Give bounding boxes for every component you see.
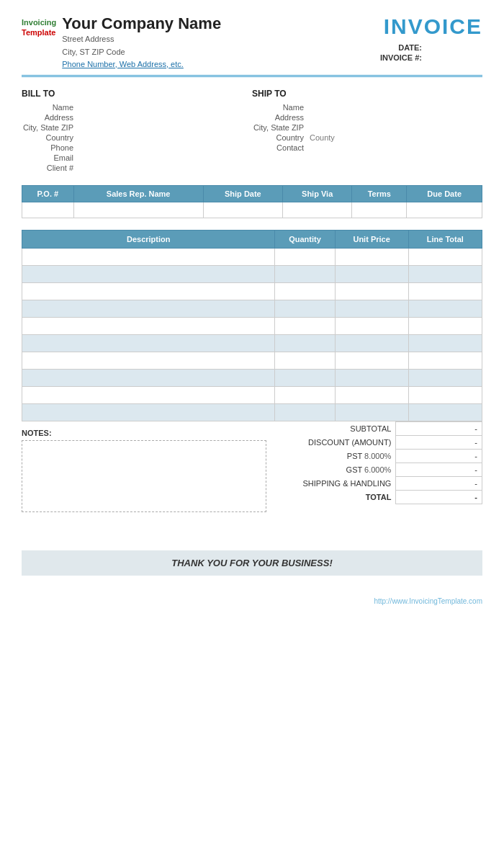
ship-to-header: SHIP TO [252,89,482,99]
item-qty[interactable] [275,403,335,421]
bill-phone-row: Phone [22,143,252,152]
bill-address-value [79,113,252,122]
item-total[interactable] [408,282,482,300]
item-total[interactable] [408,403,482,421]
item-qty[interactable] [275,317,335,334]
item-total[interactable] [408,248,482,265]
ship-contact-label: Contact [252,143,310,152]
pst-rate: 8.000% [364,452,391,460]
bill-to-section: BILL TO Name Address City, State ZIP Cou… [22,89,252,174]
items-col-unit-price: Unit Price [335,230,408,248]
order-shipdate-value[interactable] [203,202,282,218]
item-total[interactable] [408,317,482,334]
bill-name-row: Name [22,103,252,112]
order-col-shipdate: Ship Date [203,185,282,202]
item-price[interactable] [335,369,408,386]
order-shipvia-value[interactable] [282,202,351,218]
date-label: DATE: [398,43,422,52]
ship-address-label: Address [252,113,310,122]
item-desc[interactable] [22,265,275,282]
item-price[interactable] [335,282,408,300]
bill-email-label: Email [22,153,79,162]
order-col-duedate: Due Date [407,185,482,202]
item-qty[interactable] [275,300,335,317]
bill-country-row: Country [22,133,252,142]
item-price[interactable] [335,403,408,421]
shipping-row: SHIPPING & HANDLING - [266,476,482,490]
bill-address-row: Address [22,113,252,122]
date-invoice-block: DATE: INVOICE #: [380,43,482,62]
item-desc[interactable] [22,282,275,300]
item-total[interactable] [408,265,482,282]
item-price[interactable] [335,352,408,369]
item-desc[interactable] [22,248,275,265]
item-price[interactable] [335,334,408,352]
subtotal-row: SUBTOTAL - [266,421,482,435]
item-total[interactable] [408,334,482,352]
shipping-value: - [396,476,482,490]
bill-to-header: BILL TO [22,89,252,99]
notes-textarea[interactable] [22,440,266,512]
discount-label: DISCOUNT (AMOUNT) [266,435,396,449]
date-row: DATE: [380,43,482,52]
ship-contact-row: Contact [252,143,482,152]
ship-country-row: Country County [252,133,482,142]
total-row: TOTAL - [266,490,482,504]
ship-name-row: Name [252,103,482,112]
gst-value: - [396,462,482,476]
order-po-value[interactable] [22,202,74,218]
watermark: http://www.InvoicingTemplate.com [22,597,482,605]
gst-row: GST 6.000% - [266,462,482,476]
item-desc[interactable] [22,403,275,421]
item-qty[interactable] [275,352,335,369]
subtotal-label: SUBTOTAL [266,421,396,435]
item-price[interactable] [335,386,408,403]
item-qty[interactable] [275,334,335,352]
ship-address-row: Address [252,113,482,122]
item-qty[interactable] [275,386,335,403]
item-total[interactable] [408,300,482,317]
table-row [22,300,482,317]
item-desc[interactable] [22,317,275,334]
company-name: Your Company Name [62,14,221,33]
order-sales-value[interactable] [73,202,203,218]
table-row [22,265,482,282]
logo: Invoicing Template [22,17,56,38]
item-price[interactable] [335,317,408,334]
company-block: Invoicing Template Your Company Name Str… [22,14,221,69]
ship-city-value [310,123,482,132]
item-qty[interactable] [275,248,335,265]
item-qty[interactable] [275,369,335,386]
gst-label: GST 6.000% [266,462,396,476]
item-price[interactable] [335,300,408,317]
item-price[interactable] [335,265,408,282]
item-desc[interactable] [22,369,275,386]
pst-row: PST 8.000% - [266,449,482,462]
order-terms-value[interactable] [352,202,407,218]
bill-city-row: City, State ZIP [22,123,252,132]
item-total[interactable] [408,386,482,403]
bill-city-value [79,123,252,132]
subtotal-value: - [396,421,482,435]
order-col-sales: Sales Rep. Name [73,185,203,202]
item-desc[interactable] [22,300,275,317]
bill-client-value [79,164,252,172]
bill-email-value [79,153,252,162]
item-qty[interactable] [275,282,335,300]
order-table-data-row [22,202,482,218]
item-total[interactable] [408,369,482,386]
item-desc[interactable] [22,334,275,352]
item-desc[interactable] [22,386,275,403]
phone-web-link[interactable]: Phone Number, Web Address, etc. [62,60,184,68]
item-total[interactable] [408,352,482,369]
item-desc[interactable] [22,352,275,369]
item-qty[interactable] [275,265,335,282]
total-label: TOTAL [266,490,396,504]
thank-you-section: THANK YOU FOR YOUR BUSINESS! [22,550,482,576]
total-value: - [396,490,482,504]
items-table: Description Quantity Unit Price Line Tot… [22,230,482,421]
order-duedate-value[interactable] [407,202,482,218]
item-price[interactable] [335,248,408,265]
totals-section: SUBTOTAL - DISCOUNT (AMOUNT) - PST 8.000… [266,421,482,522]
bill-email-row: Email [22,153,252,162]
